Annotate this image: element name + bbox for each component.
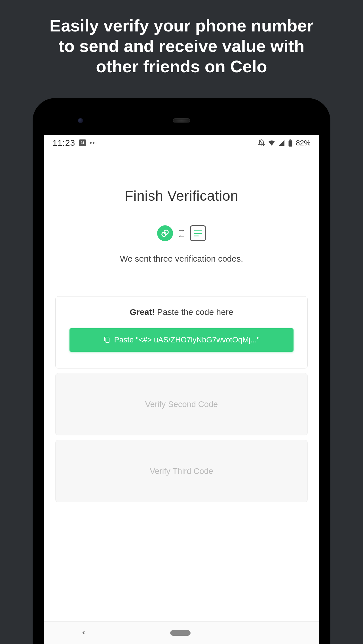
battery-icon xyxy=(288,139,293,147)
code-cards-container: Great! Paste the code here Paste "<#> uA… xyxy=(55,296,308,507)
verification-subtitle: We sent three verification codes. xyxy=(120,254,243,264)
swap-arrows-icon: →← xyxy=(178,228,185,239)
phone-frame-top xyxy=(44,107,319,135)
phone-camera xyxy=(78,118,83,123)
svg-rect-1 xyxy=(288,140,292,147)
paste-button-label: Paste "<#> uAS/ZHO7lyNbG7wvotOqMj..." xyxy=(114,336,260,344)
code-card-first: Great! Paste the code here Paste "<#> uA… xyxy=(55,296,308,368)
signal-icon xyxy=(278,139,285,146)
wifi-icon xyxy=(268,139,275,147)
message-icon xyxy=(190,225,206,241)
status-time: 11:23 xyxy=(52,138,75,148)
paste-prompt: Great! Paste the code here xyxy=(130,307,233,317)
code-card-third[interactable]: Verify Third Code xyxy=(55,440,308,502)
battery-percentage: 82% xyxy=(296,139,311,147)
svg-rect-5 xyxy=(106,338,109,342)
paste-code-button[interactable]: Paste "<#> uAS/ZHO7lyNbG7wvotOqMj..." xyxy=(69,328,294,352)
page-title: Finish Verification xyxy=(124,188,238,204)
code-card-second[interactable]: Verify Second Code xyxy=(55,373,308,435)
phone-speaker xyxy=(173,118,190,123)
bell-muted-icon xyxy=(258,139,265,147)
nav-home-pill[interactable] xyxy=(170,630,191,636)
phone-screen: 11:23 31 82% xyxy=(44,135,319,644)
status-right: 82% xyxy=(258,139,311,147)
code-card-second-label: Verify Second Code xyxy=(145,400,218,409)
verification-icons: →← xyxy=(157,225,206,241)
phone-frame: 11:23 31 82% xyxy=(33,98,330,644)
more-dots-icon xyxy=(90,142,96,144)
status-left: 11:23 31 xyxy=(52,138,96,148)
android-nav-bar xyxy=(44,621,319,644)
calendar-icon: 31 xyxy=(79,139,86,146)
celo-logo-icon xyxy=(157,225,173,241)
nav-back-icon[interactable] xyxy=(81,628,86,637)
status-bar: 11:23 31 82% xyxy=(44,135,319,151)
app-content: Finish Verification →← We sent three ver… xyxy=(44,151,319,621)
paste-icon xyxy=(104,336,110,344)
code-card-third-label: Verify Third Code xyxy=(150,467,213,476)
svg-rect-2 xyxy=(290,139,292,140)
promo-headline: Easily verify your phone number to send … xyxy=(40,16,323,77)
